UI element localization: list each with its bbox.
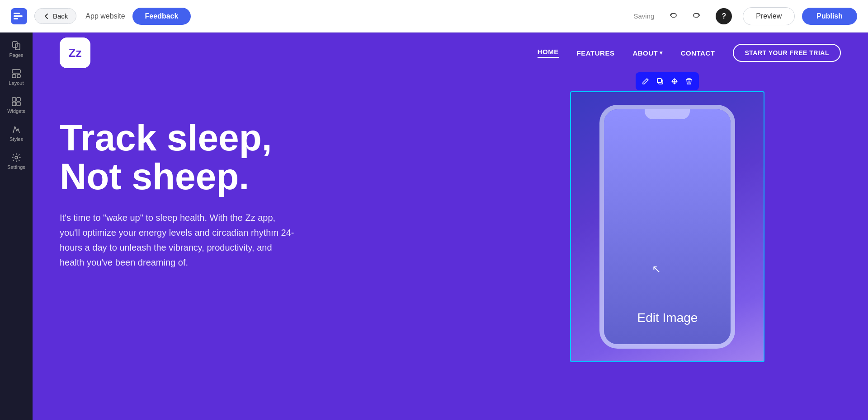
site-nav-links: HOME FEATURES ABOUT ▾ CONTACT START YOUR… [538,44,841,62]
hero-subtitle: It's time to "wake up" to sleep health. … [60,210,295,270]
svg-rect-12 [17,102,20,106]
svg-rect-9 [12,98,16,101]
edit-image-label[interactable]: Edit Image [637,311,698,325]
saving-status: Saving [633,12,654,20]
topbar: Back App website Feedback Saving ? Previ… [0,0,868,33]
preview-button[interactable]: Preview [743,7,795,25]
sidebar-item-widgets[interactable]: Widgets [2,92,31,118]
nav-contact[interactable]: CONTACT [681,49,715,57]
sidebar-item-settings[interactable]: Settings [2,148,31,174]
svg-rect-5 [15,44,20,50]
phone-area: Edit Image ↖ [467,73,868,403]
hero-title-line2: Not sheep. [60,157,489,196]
layout-label: Layout [9,80,24,86]
delete-tool-button[interactable] [682,74,696,89]
svg-rect-8 [17,75,20,78]
svg-rect-1 [14,13,20,14]
publish-button[interactable]: Publish [802,8,857,25]
image-selection-box[interactable]: Edit Image ↖ [570,91,764,362]
sidebar-item-layout[interactable]: Layout [2,64,31,90]
hero-section: Track sleep, Not sheep. It's time to "wa… [33,73,868,403]
about-caret: ▾ [660,50,663,56]
layout-icon [11,69,21,79]
widgets-icon [11,97,21,107]
cursor-icon: ↖ [652,263,661,275]
feedback-button[interactable]: Feedback [132,8,191,25]
svg-rect-4 [13,42,17,47]
hero-title-line1: Track sleep, [60,118,489,157]
svg-rect-3 [14,18,18,19]
nav-features[interactable]: FEATURES [577,49,615,57]
pages-label: Pages [9,52,23,58]
hero-text: Track sleep, Not sheep. It's time to "wa… [60,100,489,270]
svg-rect-2 [14,15,23,17]
redo-button[interactable] [689,8,705,24]
app-logo [11,8,27,24]
sidebar: Pages Layout Widgets Styles Settin [0,33,33,420]
canvas-area: Zz HOME FEATURES ABOUT ▾ CONTACT START Y… [33,33,868,420]
move-tool-button[interactable] [667,74,682,89]
back-button[interactable]: Back [34,8,76,24]
styles-icon [11,125,21,135]
duplicate-tool-button[interactable] [653,74,667,89]
widgets-label: Widgets [7,108,25,114]
phone-screen [604,109,731,344]
svg-rect-15 [657,79,661,83]
pages-icon [11,41,21,51]
back-label: Back [53,12,68,20]
svg-rect-11 [12,102,16,106]
app-name: App website [85,12,125,20]
svg-point-13 [15,156,18,159]
nav-home[interactable]: HOME [538,48,559,58]
svg-rect-10 [17,98,20,101]
settings-icon [11,153,21,163]
nav-about[interactable]: ABOUT ▾ [632,49,662,57]
site-nav: Zz HOME FEATURES ABOUT ▾ CONTACT START Y… [33,33,868,73]
phone-notch [645,109,690,119]
settings-label: Settings [7,164,25,170]
edit-tool-button[interactable] [638,74,653,89]
svg-rect-6 [12,70,20,73]
sidebar-item-styles[interactable]: Styles [2,120,31,146]
sidebar-item-pages[interactable]: Pages [2,36,31,62]
svg-rect-7 [12,75,16,78]
help-button[interactable]: ? [716,8,732,24]
trial-button[interactable]: START YOUR FREE TRIAL [733,44,841,62]
hero-title: Track sleep, Not sheep. [60,118,489,196]
site-logo: Zz [60,37,90,68]
undo-button[interactable] [665,8,681,24]
styles-label: Styles [9,136,23,142]
selection-toolbar [636,72,699,90]
